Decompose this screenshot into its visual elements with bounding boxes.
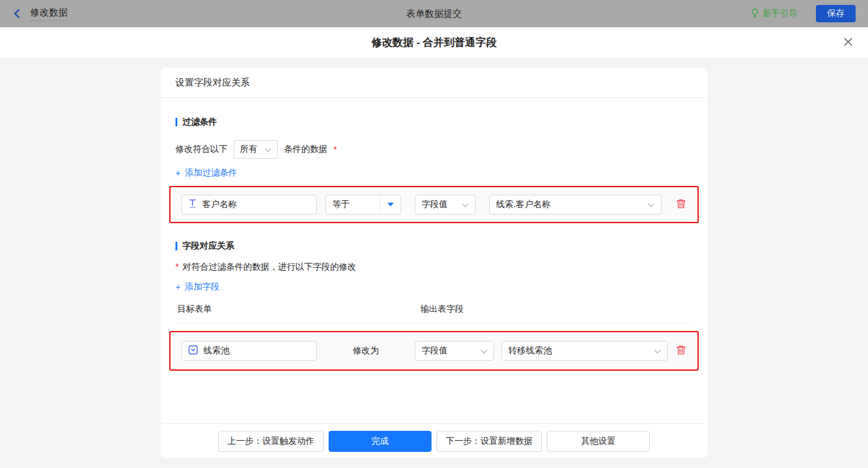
close-button[interactable]	[843, 37, 853, 48]
match-mode-value: 所有	[240, 144, 257, 155]
match-prefix-label: 修改符合以下	[175, 144, 228, 155]
modify-to-label: 修改为	[317, 345, 415, 356]
filter-value-type: 字段值	[422, 199, 448, 210]
card-footer: 上一步：设置触发动作 完成 下一步：设置新增数据 其他设置	[161, 423, 707, 458]
topbar-title: 表单数据提交	[406, 8, 462, 20]
card-body: 过滤条件 修改符合以下 所有 条件的数据 * + 添加过滤条件	[161, 98, 707, 423]
filter-match-row: 修改符合以下 所有 条件的数据 *	[175, 140, 693, 159]
match-mode-select[interactable]: 所有	[234, 140, 278, 159]
chevron-left-icon	[12, 9, 21, 19]
mapping-row: 线索池 修改为 字段值 转移线索池	[169, 331, 699, 371]
filter-operator-value: 等于	[326, 195, 379, 214]
mapping-value-type: 字段值	[422, 345, 448, 356]
plus-icon: +	[175, 282, 180, 292]
output-field-column-header: 输出表字段	[420, 304, 464, 315]
filter-condition-row: 客户名称 等于 字段值 线索.客户名称	[169, 186, 699, 223]
save-button[interactable]: 保存	[816, 5, 856, 22]
mapping-column-headers: 目标表单 输出表字段	[177, 304, 693, 324]
add-filter-condition-label: 添加过滤条件	[185, 167, 237, 179]
text-field-icon	[188, 199, 197, 210]
guide-label[interactable]: 新手引导	[763, 8, 797, 19]
filter-value-source: 线索.客户名称	[496, 199, 551, 210]
filter-operator-select[interactable]: 等于	[326, 195, 401, 214]
target-field-value: 线索池	[203, 345, 229, 356]
back-label[interactable]: 修改数据	[30, 7, 68, 21]
mapping-output-value: 转移线索池	[508, 345, 552, 356]
chevron-down-icon	[480, 346, 487, 356]
mapping-value-type-select[interactable]: 字段值	[415, 341, 494, 361]
settings-card: 设置字段对应关系 过滤条件 修改符合以下 所有 条件的数据 * +	[161, 68, 707, 458]
target-field-input[interactable]: 线索池	[182, 341, 317, 361]
mapping-hint-text: 对符合过滤条件的数据，进行以下字段的修改	[182, 262, 356, 273]
filter-value-type-select[interactable]: 字段值	[415, 195, 476, 214]
section-marker-bar	[175, 118, 177, 126]
match-suffix-label: 条件的数据	[284, 144, 327, 155]
caret-down-icon	[379, 195, 401, 214]
filter-field-value: 客户名称	[202, 199, 237, 210]
mapping-section-title: 字段对应关系	[175, 241, 693, 252]
add-filter-condition-link[interactable]: + 添加过滤条件	[175, 167, 237, 179]
guide-link[interactable]: 新手引导	[750, 8, 797, 20]
mapping-output-select[interactable]: 转移线索池	[502, 341, 668, 361]
done-button[interactable]: 完成	[329, 431, 432, 452]
modal-body: 设置字段对应关系 过滤条件 修改符合以下 所有 条件的数据 * +	[0, 58, 868, 468]
modal-title: 修改数据 - 合并到普通字段	[371, 35, 497, 50]
topbar: 修改数据 表单数据提交 新手引导 保存	[0, 0, 868, 27]
chevron-down-icon	[265, 144, 272, 154]
modal-header: 修改数据 - 合并到普通字段	[0, 27, 868, 58]
add-field-label: 添加字段	[185, 281, 219, 293]
delete-filter-row-button[interactable]	[676, 198, 686, 211]
delete-mapping-row-button[interactable]	[676, 345, 686, 357]
trash-icon	[676, 198, 686, 211]
chevron-down-icon	[648, 200, 655, 210]
topbar-actions: 新手引导 保存	[750, 5, 856, 22]
next-step-button[interactable]: 下一步：设置新增数据	[436, 431, 542, 452]
back-button[interactable]: 修改数据	[12, 7, 68, 21]
filter-field-input[interactable]: 客户名称	[182, 195, 317, 214]
prev-step-button[interactable]: 上一步：设置触发动作	[218, 431, 324, 452]
target-form-column-header: 目标表单	[177, 304, 420, 315]
select-field-icon	[188, 345, 198, 356]
other-settings-button[interactable]: 其他设置	[547, 431, 650, 452]
lightbulb-icon	[750, 8, 760, 20]
required-asterisk: *	[175, 262, 179, 272]
chevron-down-icon	[462, 200, 469, 210]
mapping-section-label: 字段对应关系	[182, 241, 234, 252]
chevron-down-icon	[654, 346, 661, 356]
add-field-link[interactable]: + 添加字段	[175, 281, 219, 293]
filter-section-label: 过滤条件	[182, 117, 217, 128]
section-marker-bar	[175, 242, 177, 250]
filter-value-source-select[interactable]: 线索.客户名称	[489, 195, 662, 214]
card-header-title: 设置字段对应关系	[161, 68, 707, 98]
plus-icon: +	[175, 168, 180, 178]
filter-section-title: 过滤条件	[175, 117, 693, 128]
required-asterisk: *	[334, 144, 337, 154]
close-icon	[843, 37, 853, 48]
mapping-hint: * 对符合过滤条件的数据，进行以下字段的修改	[175, 262, 693, 273]
trash-icon	[676, 345, 686, 357]
